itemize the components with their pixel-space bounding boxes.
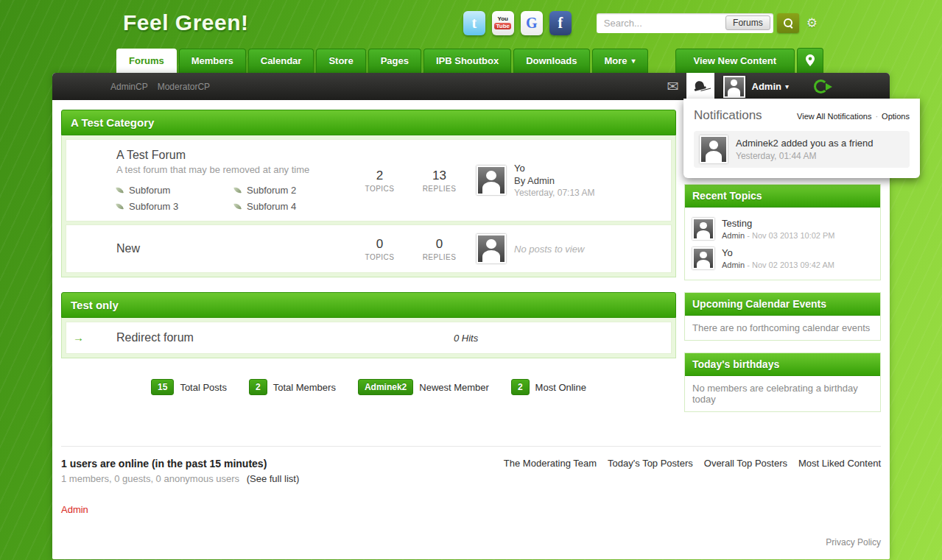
forum-link[interactable]: New <box>116 242 350 255</box>
topic-author-link[interactable]: Admin <box>722 231 745 240</box>
topic-avatar[interactable] <box>692 218 714 240</box>
sign-out-icon[interactable] <box>814 79 828 93</box>
site-logo[interactable]: Feel Green! <box>123 10 249 35</box>
bell-icon <box>692 79 707 93</box>
birthdays-header: Today's birthdays <box>685 353 880 376</box>
category-header[interactable]: A Test Category <box>61 110 676 135</box>
tab-calendar[interactable]: Calendar <box>248 49 314 73</box>
topic-avatar[interactable] <box>692 247 714 269</box>
subforum-link[interactable]: Subforum 4 <box>234 201 352 212</box>
category-test-only: Test only → Redirect forum 0 Hits <box>61 292 676 358</box>
notifications-title: Notifications <box>694 108 762 123</box>
gear-icon[interactable]: ⚙ <box>806 15 818 31</box>
topic-date: Nov 02 2013 09:42 AM <box>752 260 834 269</box>
calendar-empty-text: There are no forthcoming calendar events <box>692 322 873 333</box>
facebook-icon[interactable]: f <box>549 11 572 35</box>
recent-topics-header: Recent Topics <box>685 185 880 208</box>
subforum-list: Subforum Subforum 2 Subforum 3 Subforum … <box>116 185 350 212</box>
messages-icon[interactable]: ✉ <box>667 79 679 93</box>
meta-separator: - <box>747 260 750 269</box>
forum-row-a-test-forum: A Test Forum A test forum that may be re… <box>66 139 672 221</box>
calendar-events-header: Upcoming Calendar Events <box>685 293 880 316</box>
redirect-arrow-icon: → <box>73 331 84 344</box>
topic-link[interactable]: Testing <box>722 218 835 229</box>
last-post-avatar[interactable] <box>477 166 506 195</box>
recent-topics-box: Recent Topics Testing Admin - Nov 03 201… <box>684 184 881 280</box>
view-new-content-button[interactable]: View New Content <box>675 49 795 73</box>
stat-badge: 2 <box>249 379 267 395</box>
birthdays-box: Today's birthdays No members are celebra… <box>684 352 881 412</box>
user-bar: AdminCP ModeratorCP ✉ Admin ▾ <box>52 73 890 100</box>
social-icons: t You Tube G f <box>463 11 572 35</box>
last-post-author-link[interactable]: By Admin <box>514 175 594 186</box>
subforum-leaf-icon <box>233 186 242 194</box>
tab-ipb-shoutbox[interactable]: IPB Shoutbox <box>423 49 511 73</box>
moderating-team-link[interactable]: The Moderating Team <box>504 458 597 515</box>
search-input[interactable] <box>604 18 725 29</box>
topics-count: 0 TOPICS <box>350 237 410 261</box>
most-liked-content-link[interactable]: Most Liked Content <box>798 458 881 515</box>
subforum-leaf-icon <box>116 186 124 194</box>
moderatorcp-link[interactable]: ModeratorCP <box>158 82 210 92</box>
topic-author-link[interactable]: Admin <box>722 260 745 269</box>
overall-top-posters-link[interactable]: Overall Top Posters <box>704 458 787 515</box>
topic-link[interactable]: Yo <box>722 247 834 258</box>
notifications-button[interactable] <box>686 73 714 100</box>
tab-store[interactable]: Store <box>316 49 365 73</box>
search-scope-button[interactable]: Forums <box>725 15 770 30</box>
forum-link[interactable]: A Test Forum <box>116 149 350 162</box>
todays-top-posters-link[interactable]: Today's Top Posters <box>608 458 693 515</box>
link-separator: · <box>875 112 878 121</box>
see-full-list-link[interactable]: (See full list) <box>247 473 300 484</box>
tab-forums[interactable]: Forums <box>116 49 177 73</box>
google-icon[interactable]: G <box>521 11 543 35</box>
stat-most-online: 2 Most Online <box>511 379 586 395</box>
user-menu[interactable]: Admin ▾ <box>752 81 789 92</box>
last-post: No posts to view <box>469 234 662 263</box>
topics-count: 2 TOPICS <box>350 169 410 193</box>
hits-count: 0 Hits <box>337 333 662 344</box>
admincp-link[interactable]: AdminCP <box>110 82 148 92</box>
subforum-leaf-icon <box>116 202 124 210</box>
stat-badge: 2 <box>511 379 530 395</box>
youtube-icon[interactable]: You Tube <box>492 11 514 35</box>
online-users-section: 1 users are online (in the past 15 minut… <box>61 446 881 515</box>
forum-link[interactable]: Redirect forum <box>116 331 337 344</box>
tab-pages[interactable]: Pages <box>368 49 421 73</box>
meta-separator: - <box>747 231 750 240</box>
primary-nav: Forums Members Calendar Store Pages IPB … <box>52 46 890 73</box>
subforum-leaf-icon <box>233 202 242 210</box>
search-icon <box>783 18 793 28</box>
privacy-policy-link[interactable]: Privacy Policy <box>826 537 881 547</box>
site-header: Feel Green! t You Tube G f Forums ⚙ <box>52 0 890 46</box>
online-member-link[interactable]: Admin <box>61 504 504 515</box>
stat-total-members: 2 Total Members <box>249 379 336 395</box>
view-all-notifications-link[interactable]: View All Notifications <box>797 112 871 121</box>
subforum-link[interactable]: Subforum 2 <box>234 185 352 196</box>
tab-more[interactable]: More ▾ <box>592 49 648 73</box>
stat-badge: Adminek2 <box>358 379 413 395</box>
category-header[interactable]: Test only <box>61 292 676 318</box>
last-post: Yo By Admin Yesterday, 07:13 AM <box>469 163 662 198</box>
forum-row-redirect-forum: → Redirect forum 0 Hits <box>66 322 672 354</box>
user-tools: ✉ Admin ▾ <box>667 73 890 100</box>
twitter-icon[interactable]: t <box>463 11 485 35</box>
tab-downloads[interactable]: Downloads <box>513 49 589 73</box>
notification-options-link[interactable]: Options <box>882 112 910 121</box>
recent-topic-item: Testing Admin - Nov 03 2013 10:02 PM <box>692 214 873 244</box>
recent-topic-item: Yo Admin - Nov 02 2013 09:42 AM <box>692 244 873 273</box>
online-users-heading: 1 users are online (in the past 15 minut… <box>61 458 504 469</box>
subforum-link[interactable]: Subforum <box>116 185 234 196</box>
tab-members[interactable]: Members <box>179 49 246 73</box>
search-submit-button[interactable] <box>777 13 799 33</box>
last-post-topic-link[interactable]: Yo <box>514 163 594 174</box>
no-posts-text: No posts to view <box>514 244 584 255</box>
user-avatar[interactable] <box>723 76 745 98</box>
forum-description: A test forum that may be removed at any … <box>116 164 350 175</box>
board-statistics: 15 Total Posts 2 Total Members Adminek2 … <box>61 379 676 395</box>
notification-item[interactable]: Adminek2 added you as a friend Yesterday… <box>694 131 910 168</box>
location-tab[interactable] <box>797 48 823 73</box>
subforum-link[interactable]: Subforum 3 <box>116 201 234 212</box>
notification-avatar <box>700 135 728 163</box>
chevron-down-icon: ▾ <box>785 82 789 91</box>
